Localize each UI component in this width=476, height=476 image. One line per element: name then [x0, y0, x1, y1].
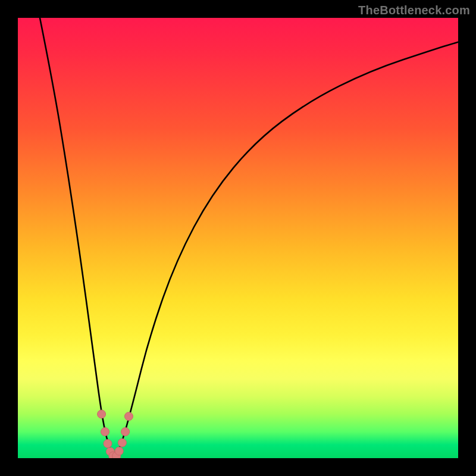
bottleneck-curve — [40, 18, 458, 455]
right-branch-marker-2 — [118, 439, 126, 447]
left-branch-marker-2 — [101, 428, 109, 436]
plot-area — [18, 18, 458, 458]
curve-markers — [98, 410, 133, 458]
right-branch-marker-4 — [124, 412, 133, 421]
left-branch-marker-1 — [98, 410, 106, 418]
right-branch-marker-3 — [121, 428, 130, 436]
chart-frame: TheBottleneck.com — [0, 0, 476, 476]
watermark-text: TheBottleneck.com — [358, 4, 470, 17]
right-branch-marker-1 — [115, 447, 123, 455]
chart-svg — [18, 18, 458, 458]
curve-layer — [40, 18, 458, 455]
left-branch-marker-3 — [104, 440, 112, 448]
